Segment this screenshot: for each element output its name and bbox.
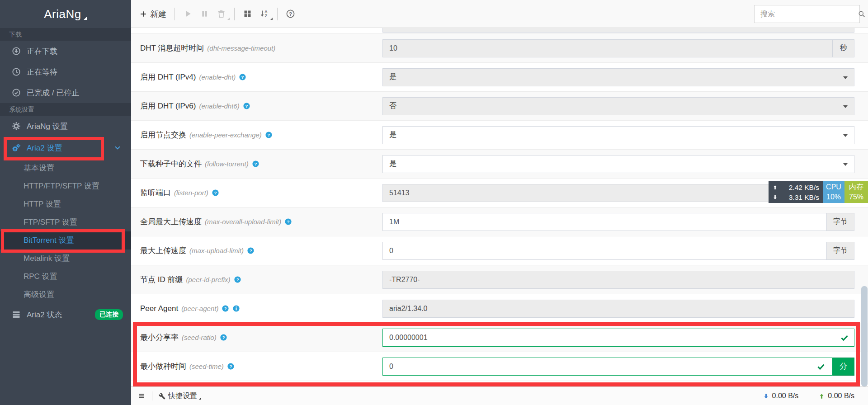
peer-agent-input[interactable] bbox=[382, 300, 854, 318]
pause-button bbox=[200, 9, 209, 19]
help-icon[interactable] bbox=[227, 363, 235, 370]
quick-settings-button[interactable]: 快捷设置 bbox=[159, 391, 201, 401]
sidebar-item-downloading[interactable]: 正在下载 bbox=[0, 41, 131, 61]
dropdown-caret-icon bbox=[227, 18, 230, 20]
global-upload-speed: 0.00 B/s bbox=[818, 392, 854, 400]
setting-row-listen-port: 监听端口 (listen-port) bbox=[131, 179, 868, 207]
settings-panel: DHT 消息超时时间 (dht-message-timeout) 秒 启用 DH… bbox=[131, 28, 868, 386]
seed-time-input[interactable] bbox=[382, 358, 833, 376]
enable-peer-exchange-select[interactable]: 是 bbox=[382, 126, 854, 144]
grid-icon bbox=[243, 9, 252, 19]
setting-row-peer-agent: Peer Agent (peer-agent) bbox=[131, 294, 868, 323]
help-icon[interactable] bbox=[222, 305, 229, 312]
scrollbar-thumb[interactable] bbox=[861, 286, 868, 386]
sidebar-item-ftp-sftp-settings[interactable]: FTP/SFTP 设置 bbox=[0, 213, 131, 231]
setting-option-name: (max-upload-limit) bbox=[189, 247, 244, 254]
setting-label: 最大上传速度 bbox=[140, 245, 186, 256]
setting-row-max-upload-limit: 最大上传速度 (max-upload-limit) 字节 bbox=[131, 236, 868, 265]
help-icon[interactable] bbox=[220, 334, 227, 341]
monitor-download-speed: 3.31 KB/s bbox=[789, 193, 819, 202]
sort-alpha-icon bbox=[259, 9, 269, 19]
sidebar-item-bittorrent-settings[interactable]: BitTorrent 设置 bbox=[0, 231, 131, 250]
help-icon[interactable] bbox=[284, 218, 292, 226]
trash-icon bbox=[217, 9, 226, 19]
select-caret-icon bbox=[843, 134, 848, 137]
enable-dht6-select[interactable]: 否 bbox=[382, 97, 854, 115]
setting-option-name: (enable-dht) bbox=[199, 73, 236, 81]
cpu-value: 10% bbox=[823, 192, 844, 202]
sidebar-item-aria2-status[interactable]: Aria2 状态 已连接 bbox=[0, 304, 131, 325]
app-brand[interactable]: AriaNg bbox=[0, 0, 131, 28]
menu-toggle-button[interactable] bbox=[137, 392, 146, 400]
info-icon[interactable] bbox=[232, 305, 240, 312]
question-circle-icon bbox=[286, 9, 295, 19]
max-overall-upload-limit-input[interactable] bbox=[382, 213, 827, 231]
wrench-icon bbox=[159, 393, 165, 400]
unit-addon-seconds: 秒 bbox=[833, 39, 854, 57]
bars-icon bbox=[137, 392, 146, 400]
enable-dht-select[interactable]: 是 bbox=[382, 68, 854, 86]
search-input[interactable] bbox=[755, 5, 858, 23]
setting-option-name: (max-overall-upload-limit) bbox=[205, 218, 281, 226]
search-icon bbox=[858, 10, 866, 18]
sidebar-item-aria2-settings[interactable]: Aria2 设置 bbox=[0, 137, 131, 159]
sidebar-item-advanced-settings[interactable]: 高级设置 bbox=[0, 286, 131, 304]
toolbar-divider bbox=[234, 8, 235, 20]
help-icon[interactable] bbox=[239, 73, 246, 81]
dht-message-timeout-input[interactable] bbox=[382, 39, 833, 57]
setting-row-enable-peer-exchange: 启用节点交换 (enable-peer-exchange) 是 bbox=[131, 121, 868, 150]
sidebar-item-metalink-settings[interactable]: Metalink 设置 bbox=[0, 250, 131, 268]
setting-option-name: (follow-torrent) bbox=[205, 160, 249, 168]
footer-divider bbox=[152, 391, 152, 400]
sidebar-item-rpc-settings[interactable]: RPC 设置 bbox=[0, 268, 131, 286]
check-circle-icon bbox=[12, 88, 21, 97]
max-upload-limit-input[interactable] bbox=[382, 242, 827, 260]
partial-row-above bbox=[131, 28, 868, 34]
setting-row-max-overall-upload-limit: 全局最大上传速度 (max-overall-upload-limit) 字节 bbox=[131, 207, 868, 236]
select-caret-icon bbox=[843, 76, 848, 79]
brand-caret-icon bbox=[84, 16, 87, 20]
new-task-button[interactable]: 新建 bbox=[139, 9, 166, 19]
sidebar-item-http-settings[interactable]: HTTP 设置 bbox=[0, 195, 131, 213]
app-title: AriaNg bbox=[44, 7, 81, 21]
sidebar-item-finished-stopped[interactable]: 已完成 / 已停止 bbox=[0, 82, 131, 103]
setting-label: 启用 DHT (IPv6) bbox=[140, 101, 196, 111]
upload-arrow-icon bbox=[772, 184, 778, 190]
gear-icon bbox=[12, 122, 21, 131]
download-circle-icon bbox=[12, 47, 21, 56]
setting-option-name: (enable-dht6) bbox=[199, 102, 239, 110]
seed-ratio-input[interactable] bbox=[382, 329, 854, 347]
setting-label: 启用 DHT (IPv4) bbox=[140, 72, 196, 82]
sidebar-item-waiting[interactable]: 正在等待 bbox=[0, 61, 131, 82]
help-icon[interactable] bbox=[247, 247, 255, 254]
setting-label: 全局最大上传速度 bbox=[140, 217, 202, 227]
help-icon[interactable] bbox=[252, 160, 259, 168]
unit-addon-bytes: 字节 bbox=[827, 242, 854, 260]
sort-button[interactable] bbox=[259, 9, 269, 19]
valid-check-icon bbox=[816, 362, 826, 371]
memory-value: 75% bbox=[844, 192, 868, 202]
sidebar: AriaNg 下载 正在下载 正在等待 已完成 / 已停止 系统设置 AriaN… bbox=[0, 0, 131, 405]
view-mode-button[interactable] bbox=[243, 9, 252, 19]
setting-label: 节点 ID 前缀 bbox=[140, 274, 183, 285]
select-caret-icon bbox=[843, 163, 848, 166]
connected-badge: 已连接 bbox=[95, 309, 123, 320]
setting-row-dht-message-timeout: DHT 消息超时时间 (dht-message-timeout) 秒 bbox=[131, 34, 868, 63]
global-speed-indicators: 0.00 B/s 0.00 B/s bbox=[763, 392, 854, 400]
sidebar-item-http-ftp-sftp-settings[interactable]: HTTP/FTP/SFTP 设置 bbox=[0, 177, 131, 195]
sidebar-item-basic-settings[interactable]: 基本设置 bbox=[0, 159, 131, 177]
setting-row-enable-dht: 启用 DHT (IPv4) (enable-dht) 是 bbox=[131, 63, 868, 92]
help-icon[interactable] bbox=[243, 102, 250, 110]
help-icon[interactable] bbox=[265, 131, 273, 139]
setting-row-enable-dht6: 启用 DHT (IPv6) (enable-dht6) 否 bbox=[131, 92, 868, 121]
help-button[interactable] bbox=[286, 9, 295, 19]
sidebar-section-download: 下载 bbox=[0, 28, 131, 41]
dropdown-caret-icon bbox=[270, 18, 273, 20]
peer-id-prefix-input[interactable] bbox=[382, 271, 854, 289]
sidebar-item-ariang-settings[interactable]: AriaNg 设置 bbox=[0, 116, 131, 137]
network-speed-panel: 2.42 KB/s 3.31 KB/s bbox=[769, 181, 823, 203]
help-icon[interactable] bbox=[212, 189, 219, 197]
help-icon[interactable] bbox=[234, 276, 241, 283]
toolbar-divider bbox=[175, 8, 175, 20]
follow-torrent-select[interactable]: 是 bbox=[382, 155, 854, 173]
